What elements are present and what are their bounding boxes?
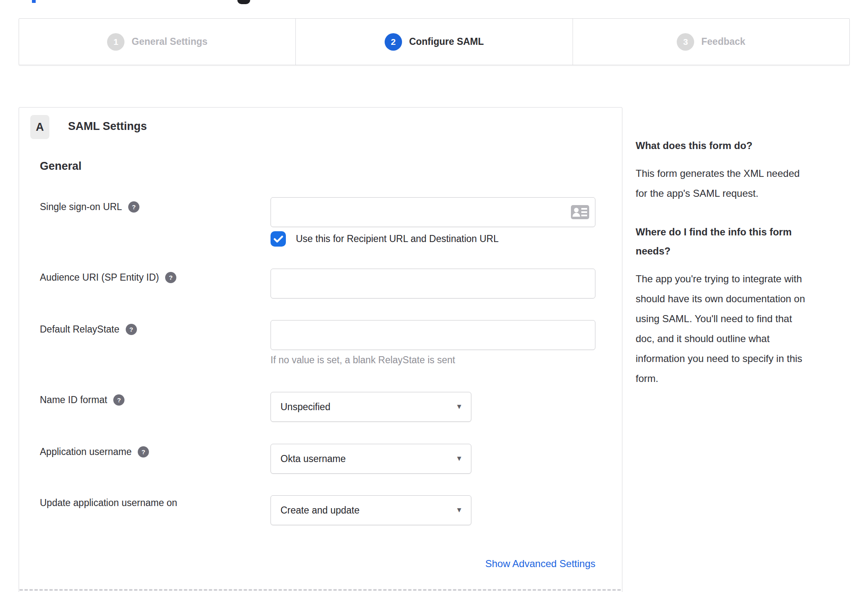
name-id-format-value: Unspecified bbox=[280, 401, 330, 413]
app-username-label: Application username bbox=[40, 446, 132, 457]
audience-uri-label-row: Audience URI (SP Entity ID) ? bbox=[40, 272, 176, 283]
help-icon[interactable]: ? bbox=[128, 201, 139, 213]
sso-url-input[interactable] bbox=[271, 197, 595, 227]
help-icon[interactable]: ? bbox=[138, 446, 149, 457]
chevron-down-icon: ▼ bbox=[456, 506, 463, 514]
sso-url-input-wrap bbox=[271, 197, 595, 227]
chevron-down-icon: ▼ bbox=[456, 455, 463, 463]
step-3-circle: 3 bbox=[677, 33, 694, 51]
step-general-settings[interactable]: 1 General Settings bbox=[19, 19, 295, 65]
recipient-url-checkbox-row: Use this for Recipient URL and Destinati… bbox=[271, 231, 499, 247]
sidebar-text-what: This form generates the XML needed for t… bbox=[636, 164, 850, 203]
step-3-label: Feedback bbox=[701, 36, 745, 47]
update-username-label-row: Update application username on bbox=[40, 497, 177, 509]
step-1-circle: 1 bbox=[107, 33, 124, 51]
update-username-label: Update application username on bbox=[40, 497, 177, 509]
section-title: SAML Settings bbox=[68, 120, 147, 133]
update-username-select[interactable]: Create and update ▼ bbox=[271, 495, 471, 525]
sso-url-label: Single sign-on URL bbox=[40, 201, 122, 213]
chevron-down-icon: ▼ bbox=[456, 403, 463, 411]
recipient-url-checkbox-label: Use this for Recipient URL and Destinati… bbox=[296, 233, 499, 245]
sidebar-text-where: The app you're trying to integrate with … bbox=[636, 269, 850, 389]
recipient-url-checkbox[interactable] bbox=[271, 231, 286, 247]
step-2-label: Configure SAML bbox=[409, 36, 484, 47]
sidebar-heading-what: What does this form do? bbox=[636, 136, 850, 155]
relay-state-label-row: Default RelayState ? bbox=[40, 324, 137, 335]
update-username-value: Create and update bbox=[280, 505, 360, 516]
app-username-value: Okta username bbox=[280, 453, 346, 465]
help-sidebar: What does this form do? This form genera… bbox=[636, 136, 850, 389]
show-advanced-settings-link[interactable]: Show Advanced Settings bbox=[271, 558, 595, 570]
audience-uri-input[interactable] bbox=[271, 269, 595, 298]
cutoff-blue-element bbox=[32, 0, 36, 3]
name-id-format-label: Name ID format bbox=[40, 394, 107, 406]
section-a-badge: A bbox=[30, 115, 49, 139]
app-username-select[interactable]: Okta username ▼ bbox=[271, 444, 471, 474]
audience-uri-label: Audience URI (SP Entity ID) bbox=[40, 272, 159, 283]
sso-url-label-row: Single sign-on URL ? bbox=[40, 201, 139, 213]
step-2-circle: 2 bbox=[385, 33, 402, 51]
relay-state-label: Default RelayState bbox=[40, 324, 119, 335]
name-id-format-label-row: Name ID format ? bbox=[40, 394, 124, 406]
help-icon[interactable]: ? bbox=[113, 394, 124, 406]
step-feedback[interactable]: 3 Feedback bbox=[573, 19, 849, 65]
contact-card-icon[interactable] bbox=[571, 205, 589, 221]
help-icon[interactable]: ? bbox=[165, 272, 176, 283]
relay-state-input[interactable] bbox=[271, 320, 595, 350]
saml-settings-panel: A SAML Settings General Single sign-on U… bbox=[19, 107, 622, 592]
general-group-title: General bbox=[40, 160, 82, 173]
relay-state-hint: If no value is set, a blank RelayState i… bbox=[271, 355, 455, 366]
wizard-stepper: 1 General Settings 2 Configure SAML 3 Fe… bbox=[19, 18, 850, 65]
check-icon bbox=[273, 235, 283, 243]
name-id-format-select[interactable]: Unspecified ▼ bbox=[271, 392, 471, 422]
cutoff-dark-icon bbox=[237, 0, 250, 4]
section-dashed-divider bbox=[20, 589, 621, 591]
step-configure-saml[interactable]: 2 Configure SAML bbox=[295, 19, 572, 65]
help-icon[interactable]: ? bbox=[126, 324, 137, 335]
step-1-label: General Settings bbox=[132, 36, 207, 47]
sidebar-heading-where: Where do I find the info this form needs… bbox=[636, 223, 850, 261]
app-username-label-row: Application username ? bbox=[40, 446, 149, 457]
